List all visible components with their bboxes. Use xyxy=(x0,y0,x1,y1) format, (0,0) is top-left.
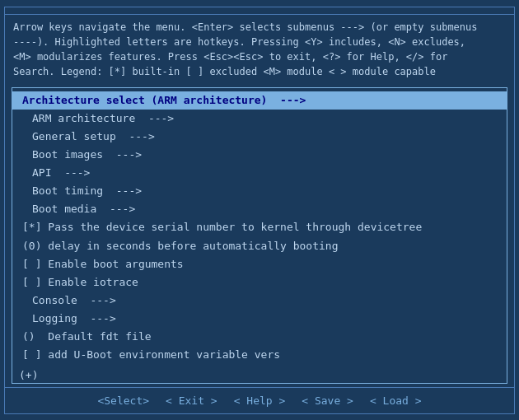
menu-list[interactable]: Architecture select (ARM architecture) -… xyxy=(12,88,507,367)
menu-item[interactable]: Architecture select (ARM architecture) -… xyxy=(12,91,507,110)
menu-item[interactable]: ARM architecture ---> xyxy=(12,110,507,128)
select-button[interactable]: <Select> xyxy=(97,394,149,407)
help-text: Arrow keys navigate the menu. <Enter> se… xyxy=(5,15,514,84)
menu-item[interactable]: () Default fdt file xyxy=(12,328,507,346)
menu-item[interactable]: [*] Pass the device serial number to ker… xyxy=(12,218,507,236)
menu-item[interactable]: API ---> xyxy=(12,164,507,182)
menu-item[interactable]: [ ] add U-Boot environment variable vers xyxy=(12,346,507,364)
status-bar: (+) xyxy=(12,367,507,383)
menu-item[interactable]: Logging ---> xyxy=(12,310,507,328)
menu-item[interactable]: Boot images ---> xyxy=(12,146,507,164)
menu-item[interactable]: [ ] Enable iotrace xyxy=(12,273,507,292)
save-button[interactable]: < Save > xyxy=(302,394,353,407)
menu-item[interactable]: Console ---> xyxy=(12,292,507,310)
menu-item[interactable]: Boot timing ---> xyxy=(12,182,507,200)
menu-item[interactable]: Boot media ---> xyxy=(12,200,507,218)
load-button[interactable]: < Load > xyxy=(370,394,422,407)
help-button[interactable]: < Help > xyxy=(234,394,286,407)
menu-item[interactable]: [ ] Enable boot arguments xyxy=(12,255,507,273)
title-bar xyxy=(5,7,514,15)
outer-window: Arrow keys navigate the menu. <Enter> se… xyxy=(4,7,515,414)
menu-item[interactable]: (0) delay in seconds before automaticall… xyxy=(12,237,507,255)
bottom-bar: <Select>< Exit >< Help >< Save >< Load > xyxy=(5,387,514,413)
exit-button[interactable]: < Exit > xyxy=(166,394,217,407)
menu-item[interactable]: General setup ---> xyxy=(12,128,507,146)
main-panel: Architecture select (ARM architecture) -… xyxy=(12,87,507,384)
